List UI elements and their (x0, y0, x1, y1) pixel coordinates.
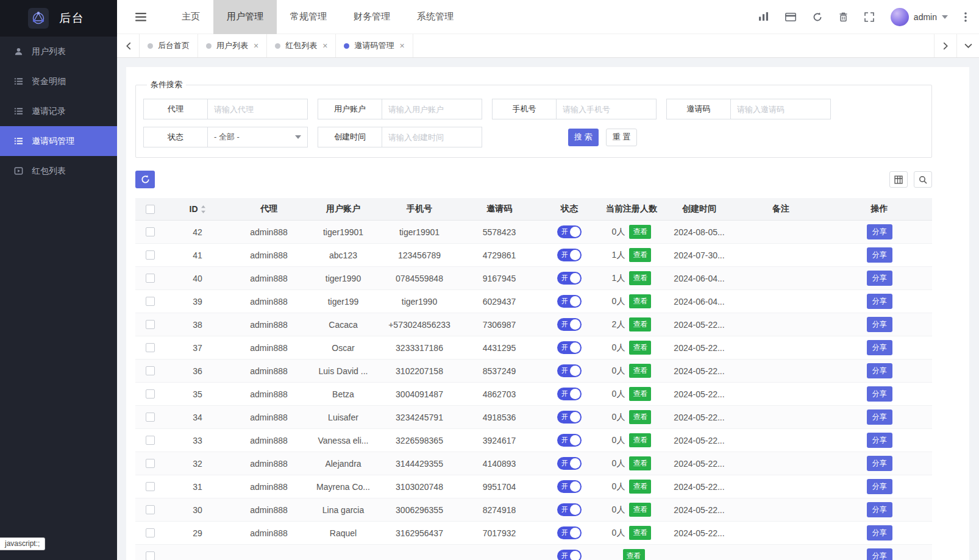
share-button[interactable]: 分享 (867, 502, 892, 517)
agent-input[interactable] (208, 99, 308, 119)
sort-icon[interactable] (201, 205, 206, 213)
share-button[interactable]: 分享 (867, 294, 892, 309)
status-toggle[interactable]: 开 (557, 318, 582, 331)
view-button[interactable]: 查看 (629, 387, 651, 401)
row-checkbox[interactable] (146, 320, 155, 329)
tab-user-list[interactable]: 用户列表 × (198, 34, 267, 57)
view-button[interactable]: 查看 (629, 456, 651, 470)
row-checkbox[interactable] (146, 343, 155, 352)
row-checkbox[interactable] (146, 413, 155, 422)
status-toggle[interactable]: 开 (557, 411, 582, 424)
view-button[interactable]: 查看 (629, 225, 651, 239)
row-checkbox[interactable] (146, 274, 155, 283)
share-button[interactable]: 分享 (867, 271, 892, 286)
share-button[interactable]: 分享 (867, 409, 892, 425)
refresh-icon[interactable] (813, 12, 822, 22)
menu-toggle-icon[interactable] (135, 13, 146, 21)
status-toggle[interactable]: 开 (557, 364, 582, 377)
search-button[interactable]: 搜 索 (568, 129, 599, 146)
phone-input[interactable] (557, 99, 657, 119)
card-icon[interactable] (785, 13, 796, 21)
status-toggle[interactable]: 开 (557, 388, 582, 400)
column-header-id[interactable]: ID (165, 198, 230, 220)
row-checkbox[interactable] (146, 436, 155, 445)
refresh-button[interactable] (135, 171, 155, 188)
view-button[interactable]: 查看 (629, 526, 651, 540)
tab-close-icon[interactable]: × (322, 41, 327, 50)
nav-item-general-management[interactable]: 常规管理 (277, 0, 340, 34)
sidebar-item-invite-code-management[interactable]: 邀请码管理 (0, 126, 117, 156)
view-button[interactable]: 查看 (629, 480, 651, 494)
view-button[interactable]: 查看 (629, 433, 651, 447)
view-button[interactable]: 查看 (629, 503, 651, 517)
tab-invite-code-management[interactable]: 邀请码管理 × (336, 34, 413, 57)
status-toggle[interactable]: 开 (557, 434, 582, 447)
view-button[interactable]: 查看 (629, 317, 651, 331)
user-menu[interactable]: admin (891, 8, 948, 26)
nav-item-finance-management[interactable]: 财务管理 (340, 0, 404, 34)
row-checkbox[interactable] (146, 366, 155, 375)
status-toggle[interactable]: 开 (557, 295, 582, 308)
share-button[interactable]: 分享 (867, 340, 892, 355)
columns-toggle-button[interactable] (889, 171, 908, 188)
tab-close-icon[interactable]: × (399, 41, 404, 50)
status-toggle[interactable]: 开 (557, 272, 582, 285)
status-toggle[interactable]: 开 (557, 526, 582, 539)
row-checkbox[interactable] (146, 528, 155, 537)
status-toggle[interactable]: 开 (557, 550, 582, 560)
tabs-scroll-right-button[interactable] (934, 34, 956, 57)
status-toggle[interactable]: 开 (557, 341, 582, 354)
status-toggle[interactable]: 开 (557, 249, 582, 261)
view-button[interactable]: 查看 (623, 549, 645, 560)
row-checkbox[interactable] (146, 297, 155, 306)
share-button[interactable]: 分享 (867, 363, 892, 378)
share-button[interactable]: 分享 (867, 247, 892, 263)
tab-red-packet-list[interactable]: 红包列表 × (267, 34, 336, 57)
search-toggle-button[interactable] (914, 171, 932, 188)
share-button[interactable]: 分享 (867, 433, 892, 448)
tab-dashboard[interactable]: 后台首页 (140, 34, 198, 57)
created-input[interactable] (382, 127, 482, 147)
row-checkbox[interactable] (146, 227, 155, 236)
select-all-checkbox[interactable] (146, 205, 155, 214)
share-button[interactable]: 分享 (867, 479, 892, 494)
reset-button[interactable]: 重 置 (606, 129, 638, 146)
nav-item-user-management[interactable]: 用户管理 (213, 0, 277, 34)
sidebar-item-red-packet-list[interactable]: 红包列表 (0, 156, 117, 186)
row-checkbox[interactable] (146, 389, 155, 399)
view-button[interactable]: 查看 (629, 271, 651, 285)
status-toggle[interactable]: 开 (557, 480, 582, 493)
share-button[interactable]: 分享 (867, 224, 892, 239)
view-button[interactable]: 查看 (629, 364, 651, 378)
row-checkbox[interactable] (146, 459, 155, 468)
status-select[interactable]: - 全部 - (208, 127, 308, 147)
row-checkbox[interactable] (146, 505, 155, 514)
tabs-collapse-button[interactable] (956, 34, 979, 57)
code-input[interactable] (731, 99, 831, 119)
tab-close-icon[interactable]: × (254, 41, 258, 50)
account-input[interactable] (382, 99, 482, 119)
row-checkbox[interactable] (146, 250, 155, 260)
more-vertical-icon[interactable] (964, 12, 967, 22)
status-toggle[interactable]: 开 (557, 503, 582, 516)
view-button[interactable]: 查看 (629, 294, 651, 308)
share-button[interactable]: 分享 (867, 456, 892, 471)
sidebar-item-user-list[interactable]: 用户列表 (0, 37, 117, 66)
status-toggle[interactable]: 开 (557, 225, 582, 238)
nav-item-system-management[interactable]: 系统管理 (404, 0, 467, 34)
tabs-scroll-left-button[interactable] (117, 34, 140, 57)
fullscreen-icon[interactable] (864, 12, 874, 22)
row-checkbox[interactable] (146, 551, 155, 560)
share-button[interactable]: 分享 (867, 317, 892, 332)
share-button[interactable]: 分享 (867, 386, 892, 402)
sidebar-item-invite-records[interactable]: 邀请记录 (0, 96, 117, 126)
share-button[interactable]: 分享 (867, 548, 892, 560)
trash-icon[interactable] (839, 12, 848, 22)
sidebar-item-fund-details[interactable]: 资金明细 (0, 66, 117, 96)
status-toggle[interactable]: 开 (557, 457, 582, 470)
view-button[interactable]: 查看 (629, 341, 651, 355)
view-button[interactable]: 查看 (629, 248, 651, 262)
row-checkbox[interactable] (146, 482, 155, 491)
chart-icon[interactable] (758, 12, 769, 22)
share-button[interactable]: 分享 (867, 525, 892, 541)
